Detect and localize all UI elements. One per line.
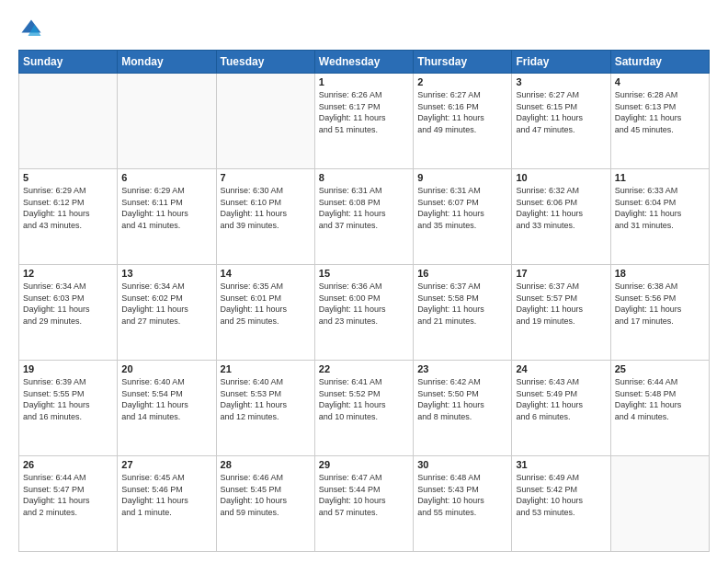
day-number: 6 [121,172,211,183]
calendar-cell: 10Sunrise: 6:32 AM Sunset: 6:06 PM Dayli… [512,169,610,265]
day-number: 28 [221,459,311,470]
calendar-cell: 20Sunrise: 6:40 AM Sunset: 5:54 PM Dayli… [118,361,216,456]
day-info: Sunrise: 6:46 AM Sunset: 5:45 PM Dayligh… [221,472,311,518]
calendar-cell: 5Sunrise: 6:29 AM Sunset: 6:12 PM Daylig… [19,169,118,265]
day-number: 30 [417,459,507,470]
day-number: 11 [615,172,705,183]
calendar-cell: 29Sunrise: 6:47 AM Sunset: 5:44 PM Dayli… [314,456,413,552]
day-number: 9 [417,172,507,183]
day-info: Sunrise: 6:34 AM Sunset: 6:03 PM Dayligh… [23,281,113,327]
calendar-cell: 31Sunrise: 6:49 AM Sunset: 5:42 PM Dayli… [512,456,610,552]
day-number: 10 [516,172,606,183]
calendar-cell: 19Sunrise: 6:39 AM Sunset: 5:55 PM Dayli… [19,361,118,456]
calendar-header-thursday: Thursday [414,51,512,74]
calendar-cell: 28Sunrise: 6:46 AM Sunset: 5:45 PM Dayli… [216,456,314,552]
logo [18,17,48,42]
day-info: Sunrise: 6:33 AM Sunset: 6:04 PM Dayligh… [615,185,705,231]
calendar-cell: 16Sunrise: 6:37 AM Sunset: 5:58 PM Dayli… [414,265,512,361]
calendar-cell: 26Sunrise: 6:44 AM Sunset: 5:47 PM Dayli… [19,456,118,552]
calendar-header-monday: Monday [118,51,216,74]
day-info: Sunrise: 6:29 AM Sunset: 6:11 PM Dayligh… [121,185,211,231]
day-number: 25 [615,363,705,374]
day-number: 2 [417,76,507,87]
day-number: 31 [516,459,606,470]
day-info: Sunrise: 6:41 AM Sunset: 5:52 PM Dayligh… [319,376,409,422]
calendar-header-friday: Friday [512,51,610,74]
calendar-cell: 2Sunrise: 6:27 AM Sunset: 6:16 PM Daylig… [414,74,512,169]
day-number: 8 [319,172,409,183]
day-info: Sunrise: 6:48 AM Sunset: 5:43 PM Dayligh… [417,472,507,518]
day-info: Sunrise: 6:35 AM Sunset: 6:01 PM Dayligh… [221,281,311,327]
calendar-cell: 1Sunrise: 6:26 AM Sunset: 6:17 PM Daylig… [314,74,413,169]
calendar-week-3: 19Sunrise: 6:39 AM Sunset: 5:55 PM Dayli… [19,361,710,456]
day-number: 18 [615,268,705,279]
calendar-cell: 21Sunrise: 6:40 AM Sunset: 5:53 PM Dayli… [216,361,314,456]
day-info: Sunrise: 6:40 AM Sunset: 5:53 PM Dayligh… [221,376,311,422]
day-info: Sunrise: 6:44 AM Sunset: 5:48 PM Dayligh… [615,376,705,422]
day-number: 13 [121,268,211,279]
day-number: 24 [516,363,606,374]
day-number: 23 [417,363,507,374]
calendar-cell: 11Sunrise: 6:33 AM Sunset: 6:04 PM Dayli… [610,169,709,265]
calendar-header-sunday: Sunday [19,51,118,74]
day-number: 29 [319,459,409,470]
day-number: 17 [516,268,606,279]
day-info: Sunrise: 6:31 AM Sunset: 6:08 PM Dayligh… [319,185,409,231]
calendar-cell: 7Sunrise: 6:30 AM Sunset: 6:10 PM Daylig… [216,169,314,265]
calendar-cell: 12Sunrise: 6:34 AM Sunset: 6:03 PM Dayli… [19,265,118,361]
day-number: 22 [319,363,409,374]
day-number: 3 [516,76,606,87]
calendar-cell: 4Sunrise: 6:28 AM Sunset: 6:13 PM Daylig… [610,74,709,169]
calendar-cell: 8Sunrise: 6:31 AM Sunset: 6:08 PM Daylig… [314,169,413,265]
day-number: 14 [221,268,311,279]
calendar-cell: 24Sunrise: 6:43 AM Sunset: 5:49 PM Dayli… [512,361,610,456]
day-info: Sunrise: 6:40 AM Sunset: 5:54 PM Dayligh… [121,376,211,422]
calendar-cell: 22Sunrise: 6:41 AM Sunset: 5:52 PM Dayli… [314,361,413,456]
calendar-cell: 30Sunrise: 6:48 AM Sunset: 5:43 PM Dayli… [414,456,512,552]
calendar-cell [19,74,118,169]
day-info: Sunrise: 6:27 AM Sunset: 6:15 PM Dayligh… [516,89,606,135]
calendar-header-wednesday: Wednesday [314,51,413,74]
calendar-cell: 27Sunrise: 6:45 AM Sunset: 5:46 PM Dayli… [118,456,216,552]
day-info: Sunrise: 6:43 AM Sunset: 5:49 PM Dayligh… [516,376,606,422]
logo-icon [18,17,44,42]
calendar-header-tuesday: Tuesday [216,51,314,74]
day-info: Sunrise: 6:28 AM Sunset: 6:13 PM Dayligh… [615,89,705,135]
day-info: Sunrise: 6:34 AM Sunset: 6:02 PM Dayligh… [121,281,211,327]
calendar-cell: 13Sunrise: 6:34 AM Sunset: 6:02 PM Dayli… [118,265,216,361]
calendar-cell: 25Sunrise: 6:44 AM Sunset: 5:48 PM Dayli… [610,361,709,456]
day-number: 27 [121,459,211,470]
calendar-cell: 17Sunrise: 6:37 AM Sunset: 5:57 PM Dayli… [512,265,610,361]
calendar-week-0: 1Sunrise: 6:26 AM Sunset: 6:17 PM Daylig… [19,74,710,169]
calendar-cell: 18Sunrise: 6:38 AM Sunset: 5:56 PM Dayli… [610,265,709,361]
header [18,17,710,42]
day-info: Sunrise: 6:27 AM Sunset: 6:16 PM Dayligh… [417,89,507,135]
day-info: Sunrise: 6:38 AM Sunset: 5:56 PM Dayligh… [615,281,705,327]
day-info: Sunrise: 6:45 AM Sunset: 5:46 PM Dayligh… [121,472,211,518]
day-info: Sunrise: 6:47 AM Sunset: 5:44 PM Dayligh… [319,472,409,518]
calendar-table: SundayMondayTuesdayWednesdayThursdayFrid… [18,50,710,552]
day-number: 12 [23,268,113,279]
day-number: 16 [417,268,507,279]
calendar-cell: 14Sunrise: 6:35 AM Sunset: 6:01 PM Dayli… [216,265,314,361]
calendar-week-4: 26Sunrise: 6:44 AM Sunset: 5:47 PM Dayli… [19,456,710,552]
day-info: Sunrise: 6:42 AM Sunset: 5:50 PM Dayligh… [417,376,507,422]
calendar-cell: 6Sunrise: 6:29 AM Sunset: 6:11 PM Daylig… [118,169,216,265]
day-info: Sunrise: 6:26 AM Sunset: 6:17 PM Dayligh… [319,89,409,135]
day-number: 5 [23,172,113,183]
day-info: Sunrise: 6:36 AM Sunset: 6:00 PM Dayligh… [319,281,409,327]
calendar-week-2: 12Sunrise: 6:34 AM Sunset: 6:03 PM Dayli… [19,265,710,361]
calendar-header-row: SundayMondayTuesdayWednesdayThursdayFrid… [19,51,710,74]
calendar-week-1: 5Sunrise: 6:29 AM Sunset: 6:12 PM Daylig… [19,169,710,265]
day-info: Sunrise: 6:32 AM Sunset: 6:06 PM Dayligh… [516,185,606,231]
calendar-cell: 3Sunrise: 6:27 AM Sunset: 6:15 PM Daylig… [512,74,610,169]
calendar-cell [216,74,314,169]
day-number: 1 [319,76,409,87]
day-info: Sunrise: 6:44 AM Sunset: 5:47 PM Dayligh… [23,472,113,518]
day-number: 15 [319,268,409,279]
day-info: Sunrise: 6:30 AM Sunset: 6:10 PM Dayligh… [221,185,311,231]
day-info: Sunrise: 6:31 AM Sunset: 6:07 PM Dayligh… [417,185,507,231]
calendar-cell: 15Sunrise: 6:36 AM Sunset: 6:00 PM Dayli… [314,265,413,361]
day-number: 20 [121,363,211,374]
day-number: 19 [23,363,113,374]
